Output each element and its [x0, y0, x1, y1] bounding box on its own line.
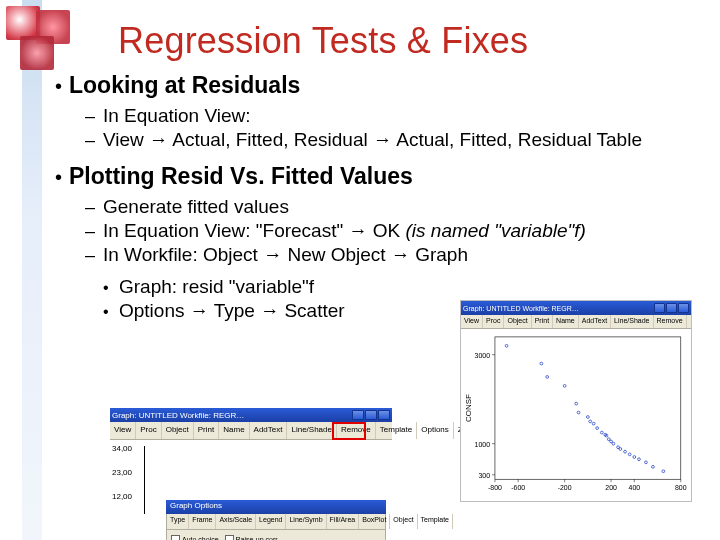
bullet-2-sub2-1: Graph: resid "variable"f [119, 276, 314, 298]
tab-options[interactable]: Options [417, 422, 454, 439]
tab-addtext[interactable]: AddText [250, 422, 288, 439]
scatter-plot: 30010003000-800-600-200200400800CONSF [461, 329, 691, 501]
minimize-icon[interactable] [654, 303, 665, 313]
tab-addtext[interactable]: AddText [579, 315, 611, 328]
svg-point-22 [546, 376, 549, 379]
svg-point-28 [592, 422, 595, 425]
close-icon[interactable] [678, 303, 689, 313]
highlight-box [332, 422, 366, 440]
dash-icon: – [85, 245, 103, 266]
toolbar-screenshot: Graph: UNTITLED Workfile: REGR… View Pro… [110, 408, 392, 520]
y-tick: 34,00 [112, 444, 132, 453]
dash-icon: – [85, 221, 103, 242]
svg-point-27 [589, 420, 592, 423]
svg-text:CONSF: CONSF [464, 394, 473, 422]
dash-icon: – [85, 197, 103, 218]
tab-lineshade[interactable]: Line/Shade [287, 422, 336, 439]
tab-remove[interactable]: Remove [654, 315, 687, 328]
svg-rect-0 [495, 337, 681, 479]
svg-text:1000: 1000 [475, 441, 491, 448]
bullet-2-label: Plotting Resid Vs. Fitted Values [69, 163, 413, 190]
bullet-icon: • [55, 167, 69, 187]
tab-name[interactable]: Name [553, 315, 579, 328]
dialog-tabs: Type Frame Axis/Scale Legend Line/Symb F… [166, 514, 386, 530]
window-title: Graph: UNTITLED Workfile: REGR… [463, 305, 579, 312]
dlg-tab-frame[interactable]: Frame [189, 514, 216, 529]
svg-text:800: 800 [675, 484, 687, 491]
slide-title: Regression Tests & Fixes [118, 20, 528, 62]
dlg-tab-linesymb[interactable]: Line/Symb [286, 514, 326, 529]
svg-text:3000: 3000 [475, 352, 491, 359]
svg-point-43 [652, 465, 655, 468]
content-area: • Looking at Residuals –In Equation View… [55, 72, 712, 334]
svg-point-30 [600, 431, 603, 434]
tab-proc[interactable]: Proc [136, 422, 161, 439]
tab-print[interactable]: Print [532, 315, 553, 328]
svg-text:-200: -200 [558, 484, 572, 491]
tab-proc[interactable]: Proc [483, 315, 504, 328]
y-tick: 12,00 [112, 492, 132, 501]
tab-view[interactable]: View [110, 422, 136, 439]
window-titlebar: Graph: UNTITLED Workfile: REGR… [110, 408, 392, 422]
bullet-1-label: Looking at Residuals [69, 72, 300, 99]
dlg-tab-axis[interactable]: Axis/Scale [216, 514, 256, 529]
tab-object[interactable]: Object [504, 315, 531, 328]
svg-point-42 [645, 461, 648, 464]
bullet-icon: • [55, 76, 69, 96]
bullet-1-sub-1: In Equation View: [103, 105, 251, 127]
scatter-svg: 30010003000-800-600-200200400800CONSF [461, 329, 691, 501]
svg-point-20 [505, 344, 508, 347]
svg-point-37 [619, 448, 622, 451]
svg-text:-800: -800 [488, 484, 502, 491]
window-title: Graph: UNTITLED Workfile: REGR… [112, 411, 244, 420]
svg-point-40 [633, 456, 636, 459]
svg-text:400: 400 [629, 484, 641, 491]
svg-point-34 [610, 440, 613, 443]
svg-text:300: 300 [478, 472, 490, 479]
svg-point-29 [596, 427, 599, 430]
bullet-icon: • [103, 303, 119, 321]
minimize-icon[interactable] [352, 410, 364, 420]
tab-print[interactable]: Print [194, 422, 219, 439]
svg-point-23 [563, 384, 566, 387]
scatter-tabs: View Proc Object Print Name AddText Line… [461, 315, 691, 329]
bullet-2-sub-3: In Workfile: Object → New Object → Graph [103, 244, 468, 266]
svg-point-35 [612, 442, 615, 445]
scatter-screenshot: Graph: UNTITLED Workfile: REGR… View Pro… [460, 300, 692, 502]
check-auto-choice[interactable]: Auto choice [171, 532, 219, 540]
dash-icon: – [85, 130, 103, 151]
svg-text:-600: -600 [511, 484, 525, 491]
tab-lineshade[interactable]: Line/Shade [611, 315, 653, 328]
dlg-tab-object[interactable]: Object [390, 514, 417, 529]
tab-object[interactable]: Object [162, 422, 194, 439]
svg-point-25 [577, 411, 580, 414]
svg-point-38 [624, 450, 627, 453]
dlg-tab-template[interactable]: Template [418, 514, 453, 529]
tab-template[interactable]: Template [376, 422, 417, 439]
logo [6, 6, 82, 68]
bullet-2-sub2-2: Options → Type → Scatter [119, 300, 345, 322]
slide: Regression Tests & Fixes • Looking at Re… [0, 0, 720, 540]
maximize-icon[interactable] [666, 303, 677, 313]
y-tick: 23,00 [112, 468, 132, 477]
dlg-tab-fill[interactable]: Fill/Area [327, 514, 360, 529]
tab-name[interactable]: Name [219, 422, 249, 439]
svg-point-24 [575, 402, 578, 405]
window-titlebar: Graph: UNTITLED Workfile: REGR… [461, 301, 691, 315]
bullet-icon: • [103, 279, 119, 297]
svg-point-21 [540, 362, 543, 365]
tab-view[interactable]: View [461, 315, 483, 328]
dlg-tab-legend[interactable]: Legend [256, 514, 286, 529]
maximize-icon[interactable] [365, 410, 377, 420]
svg-text:200: 200 [605, 484, 617, 491]
bullet-2-sub-1: Generate fitted values [103, 196, 289, 218]
svg-point-44 [662, 470, 665, 473]
svg-point-26 [586, 416, 589, 419]
svg-point-41 [638, 458, 641, 461]
dlg-tab-type[interactable]: Type [167, 514, 189, 529]
close-icon[interactable] [378, 410, 390, 420]
svg-point-33 [607, 438, 610, 441]
bullet-1-sub-2: View → Actual, Fitted, Residual → Actual… [103, 129, 642, 151]
dlg-tab-boxplot[interactable]: BoxPlot [359, 514, 390, 529]
check-raise-corr[interactable]: Raise-up corr [225, 532, 278, 540]
